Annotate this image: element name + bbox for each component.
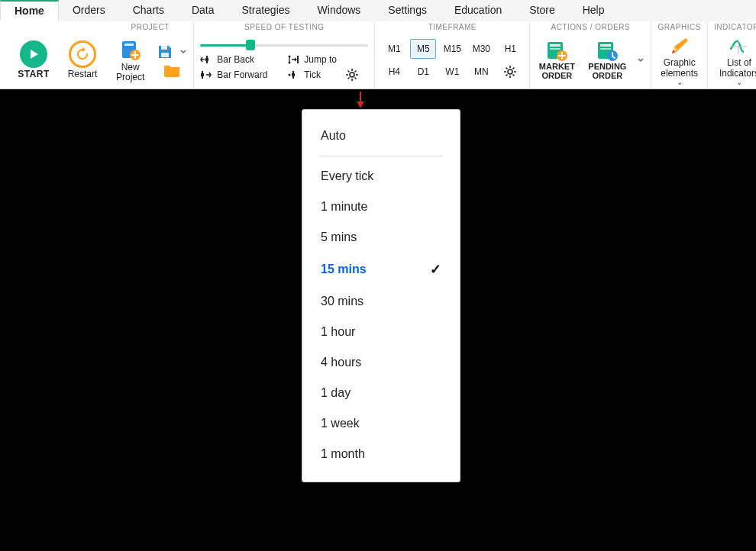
dropdown-item[interactable]: 5 mins (302, 222, 460, 253)
graphic-elements-button[interactable]: Graphic elements ⌄ (657, 35, 701, 85)
svg-point-13 (289, 74, 291, 76)
jump-to-button[interactable]: Jump to (287, 54, 337, 65)
list-of-indicators-button[interactable]: List of Indicators ⌄ (716, 35, 756, 85)
dropdown-item-label: 1 day (321, 386, 351, 400)
menu-tab-education[interactable]: Education (441, 0, 515, 21)
svg-rect-15 (292, 73, 295, 76)
save-chevron-icon[interactable] (179, 47, 187, 56)
restart-icon (69, 40, 96, 68)
timeframe-h1[interactable]: H1 (497, 39, 523, 59)
dropdown-item[interactable]: 15 mins✓ (302, 253, 460, 286)
dropdown-item[interactable]: 1 minute (302, 192, 460, 222)
svg-marker-27 (357, 102, 364, 108)
timeframe-d1[interactable]: D1 (410, 62, 436, 82)
timeframe-w1[interactable]: W1 (439, 62, 465, 82)
timeframe-m5[interactable]: M5 (410, 39, 436, 59)
pending-order-icon (596, 40, 619, 61)
dropdown-auto-label: Auto (321, 129, 346, 143)
new-project-label: New Project (116, 63, 144, 82)
dropdown-separator (319, 156, 443, 156)
market-order-button[interactable]: MARKET ORDER (536, 40, 577, 80)
new-project-button[interactable]: New Project (113, 37, 147, 84)
menu-tab-orders[interactable]: Orders (59, 0, 119, 21)
market-order-icon (545, 40, 568, 61)
svg-point-17 (508, 69, 512, 74)
start-label: START (18, 69, 50, 79)
timeframe-m15[interactable]: M15 (439, 39, 465, 59)
play-icon (20, 40, 47, 68)
timeframe-settings-gear-icon[interactable] (497, 62, 523, 82)
speed-slider-knob[interactable] (246, 40, 255, 50)
svg-rect-19 (550, 44, 561, 47)
dropdown-item[interactable]: 30 mins (302, 286, 460, 317)
timeframe-m1[interactable]: M1 (381, 39, 407, 59)
timeframe-h4[interactable]: H4 (381, 62, 407, 82)
check-icon: ✓ (430, 261, 441, 278)
jump-to-label: Jump to (304, 54, 337, 65)
pending-order-button[interactable]: PENDING ORDER (586, 40, 628, 80)
graphics-header: GRAPHICS (658, 23, 701, 32)
speed-header: SPEED OF TESTING (244, 23, 325, 32)
menu-tab-strategies[interactable]: Strategies (228, 0, 304, 21)
svg-rect-2 (124, 44, 134, 46)
svg-rect-12 (201, 73, 204, 76)
dropdown-item[interactable]: 4 hours (302, 347, 460, 378)
dropdown-item-label: 1 week (321, 417, 360, 430)
speed-slider[interactable] (200, 39, 368, 51)
graphic-elements-label: Graphic elements (661, 58, 698, 78)
menu-tab-store[interactable]: Store (515, 0, 568, 21)
dropdown-item-auto[interactable]: Auto (302, 121, 460, 151)
chevron-down-icon: ⌄ (736, 80, 742, 84)
svg-marker-0 (31, 50, 38, 59)
dropdown-item-label: 4 hours (321, 356, 361, 369)
menu-tab-settings[interactable]: Settings (374, 0, 441, 21)
bar-forward-icon (200, 70, 212, 79)
menu-tab-data[interactable]: Data (178, 0, 228, 21)
new-project-icon (119, 38, 142, 61)
dropdown-item-label: 30 mins (321, 295, 363, 308)
dropdown-item[interactable]: Every tick (302, 161, 460, 192)
timeframe-mn[interactable]: MN (468, 62, 494, 82)
indicators-label: List of Indicators (719, 58, 756, 78)
dropdown-item[interactable]: 1 hour (302, 317, 460, 347)
menu-tab-home[interactable]: Home (0, 0, 59, 21)
bar-back-button[interactable]: Bar Back (200, 54, 273, 65)
dropdown-item-label: Every tick (321, 169, 373, 183)
orders-chevron-icon[interactable] (637, 56, 645, 65)
toolbar: HomeOrdersChartsDataStrategiesWindowsSet… (0, 0, 756, 89)
save-icon[interactable] (157, 44, 173, 60)
tick-icon (287, 69, 299, 80)
open-folder-icon[interactable] (163, 63, 180, 77)
pending-order-label: PENDING ORDER (588, 63, 626, 80)
bar-forward-button[interactable]: Bar Forward (200, 68, 273, 82)
dropdown-item[interactable]: 1 week (302, 408, 460, 439)
dropdown-item-label: 1 minute (321, 200, 367, 214)
tick-settings-gear-icon[interactable] (345, 68, 359, 82)
bar-back-icon (200, 55, 212, 64)
timeframe-m30[interactable]: M30 (468, 39, 494, 59)
indicators-icon (728, 37, 751, 56)
dropdown-item-label: 5 mins (321, 230, 357, 244)
market-order-label: MARKET ORDER (539, 63, 575, 80)
pencil-icon (669, 37, 690, 56)
actions-header: ACTIONS / ORDERS (551, 23, 631, 32)
dropdown-item-label: 1 hour (321, 325, 355, 339)
menu-tab-windows[interactable]: Windows (304, 0, 375, 21)
dropdown-item[interactable]: 1 month (302, 439, 460, 469)
svg-rect-5 (161, 53, 169, 57)
start-button[interactable]: START (14, 39, 53, 81)
dropdown-item-label: 15 mins (321, 263, 367, 276)
restart-button[interactable]: Restart (63, 39, 102, 81)
timeframe-grid: M1M5M15M30H1H4D1W1MN (381, 39, 523, 82)
indicators-header: INDICATORS (714, 23, 756, 32)
menu-tab-charts[interactable]: Charts (119, 0, 178, 21)
svg-rect-20 (550, 48, 561, 50)
dropdown-item-label: 1 month (321, 447, 365, 461)
tick-label: Tick (304, 69, 321, 80)
project-header: PROJECT (131, 23, 170, 32)
menu-tab-help[interactable]: Help (569, 0, 619, 21)
svg-point-16 (350, 72, 354, 77)
tick-button[interactable]: Tick (287, 68, 359, 82)
svg-rect-24 (600, 48, 611, 50)
dropdown-item[interactable]: 1 day (302, 378, 460, 408)
